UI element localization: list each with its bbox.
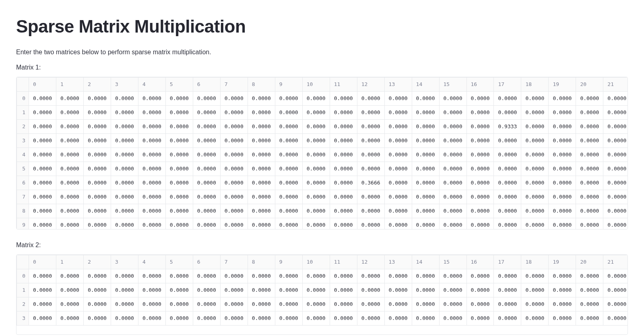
matrix1-cell[interactable]: 0.0000 (275, 119, 302, 133)
matrix1-cell[interactable]: 0.0000 (439, 91, 466, 105)
matrix2-cell[interactable]: 0.0000 (111, 311, 138, 325)
matrix2-cell[interactable]: 0.0000 (83, 297, 111, 311)
matrix1-cell[interactable]: 0.0000 (521, 204, 549, 218)
matrix2-col-header[interactable]: 8 (248, 255, 275, 269)
matrix1-cell[interactable]: 0.0000 (248, 119, 275, 133)
matrix1-cell[interactable]: 0.0000 (466, 204, 494, 218)
matrix1-cell[interactable]: 0.0000 (494, 204, 521, 218)
matrix1-cell[interactable]: 0.0000 (330, 218, 357, 229)
matrix1-cell[interactable]: 0.0000 (29, 204, 56, 218)
matrix1-cell[interactable]: 0.0000 (384, 133, 412, 148)
matrix1-cell[interactable]: 0.0000 (111, 176, 138, 190)
matrix1-cell[interactable]: 0.0000 (466, 176, 494, 190)
matrix1-cell[interactable]: 0.0000 (549, 105, 576, 119)
matrix1-cell[interactable]: 0.0000 (521, 176, 549, 190)
matrix2-cell[interactable]: 0.0000 (111, 283, 138, 297)
matrix2-cell[interactable]: 0.0000 (439, 297, 466, 311)
matrix2-cell[interactable]: 0.0000 (165, 297, 193, 311)
matrix1-cell[interactable]: 0.0000 (138, 133, 165, 148)
matrix2-cell[interactable]: 0.0000 (576, 311, 603, 325)
matrix1-cell[interactable]: 0.0000 (56, 105, 83, 119)
matrix1-cell[interactable]: 0.0000 (83, 148, 111, 162)
matrix1-cell[interactable]: 0.9333 (494, 119, 521, 133)
matrix1-cell[interactable]: 0.0000 (603, 204, 628, 218)
matrix1-cell[interactable]: 0.0000 (384, 91, 412, 105)
matrix2-cell[interactable]: 0.0000 (165, 283, 193, 297)
matrix1-cell[interactable]: 0.0000 (603, 148, 628, 162)
matrix1-cell[interactable]: 0.0000 (466, 218, 494, 229)
matrix1-col-header[interactable]: 19 (549, 77, 576, 91)
matrix1-cell[interactable]: 0.0000 (248, 176, 275, 190)
matrix2-col-header[interactable]: 10 (302, 255, 330, 269)
matrix1-cell[interactable]: 0.0000 (83, 162, 111, 176)
matrix2-cell[interactable]: 0.0000 (248, 297, 275, 311)
matrix2-cell[interactable]: 0.0000 (549, 297, 576, 311)
matrix1-cell[interactable]: 0.0000 (29, 105, 56, 119)
matrix1-col-header[interactable]: 11 (330, 77, 357, 91)
matrix1-cell[interactable]: 0.0000 (302, 162, 330, 176)
matrix1-col-header[interactable]: 8 (248, 77, 275, 91)
matrix1-cell[interactable]: 0.0000 (56, 204, 83, 218)
matrix1-col-header[interactable]: 10 (302, 77, 330, 91)
matrix1-cell[interactable]: 0.0000 (83, 91, 111, 105)
matrix2-col-header[interactable]: 17 (494, 255, 521, 269)
matrix2-cell[interactable]: 0.0000 (603, 297, 628, 311)
matrix2-cell[interactable]: 0.0000 (603, 311, 628, 325)
matrix1-cell[interactable]: 0.0000 (275, 91, 302, 105)
matrix2-cell[interactable]: 0.0000 (220, 269, 248, 283)
matrix2-cell[interactable]: 0.0000 (248, 311, 275, 325)
matrix1-row-header[interactable]: 7 (17, 190, 29, 204)
matrix1-cell[interactable]: 0.0000 (576, 148, 603, 162)
matrix1-col-header[interactable]: 3 (111, 77, 138, 91)
matrix1-cell[interactable]: 0.0000 (275, 204, 302, 218)
matrix2-col-header[interactable]: 18 (521, 255, 549, 269)
matrix2-cell[interactable]: 0.0000 (384, 311, 412, 325)
matrix1-cell[interactable]: 0.0000 (494, 176, 521, 190)
matrix1-cell[interactable]: 0.0000 (248, 133, 275, 148)
matrix2-cell[interactable]: 0.0000 (193, 283, 220, 297)
matrix1-cell[interactable]: 0.0000 (56, 176, 83, 190)
matrix1-cell[interactable]: 0.0000 (83, 190, 111, 204)
matrix2-cell[interactable]: 0.0000 (248, 269, 275, 283)
matrix2-col-header[interactable]: 2 (83, 255, 111, 269)
matrix1-cell[interactable]: 0.0000 (83, 133, 111, 148)
matrix1-cell[interactable]: 0.0000 (330, 119, 357, 133)
matrix2-cell[interactable]: 0.0000 (83, 311, 111, 325)
matrix1-cell[interactable]: 0.0000 (576, 190, 603, 204)
matrix2-cell[interactable]: 0.0000 (29, 297, 56, 311)
matrix2-cell[interactable]: 0.0000 (275, 311, 302, 325)
matrix1-cell[interactable]: 0.0000 (521, 218, 549, 229)
matrix1-cell[interactable]: 0.0000 (220, 105, 248, 119)
matrix1-cell[interactable]: 0.0000 (29, 190, 56, 204)
matrix1-cell[interactable]: 0.0000 (165, 190, 193, 204)
matrix1-col-header[interactable]: 15 (439, 77, 466, 91)
matrix2-cell[interactable]: 0.0000 (111, 297, 138, 311)
matrix1-cell[interactable]: 0.0000 (302, 133, 330, 148)
matrix1-cell[interactable]: 0.0000 (603, 119, 628, 133)
matrix1-row-header[interactable]: 3 (17, 133, 29, 148)
matrix2-cell[interactable]: 0.0000 (165, 269, 193, 283)
matrix1-cell[interactable]: 0.0000 (384, 162, 412, 176)
matrix1-col-header[interactable]: 12 (357, 77, 384, 91)
matrix1-cell[interactable]: 0.0000 (302, 119, 330, 133)
matrix1-cell[interactable]: 0.0000 (165, 119, 193, 133)
matrix2-col-header[interactable]: 15 (439, 255, 466, 269)
matrix1-cell[interactable]: 0.0000 (220, 204, 248, 218)
matrix2-cell[interactable]: 0.0000 (29, 311, 56, 325)
matrix2-cell[interactable]: 0.0000 (357, 311, 384, 325)
matrix1-cell[interactable]: 0.0000 (29, 148, 56, 162)
matrix1-cell[interactable]: 0.0000 (603, 176, 628, 190)
matrix1-cell[interactable]: 0.0000 (384, 204, 412, 218)
matrix2-col-header[interactable]: 9 (275, 255, 302, 269)
matrix1-cell[interactable]: 0.0000 (576, 119, 603, 133)
matrix1-cell[interactable]: 0.0000 (83, 204, 111, 218)
matrix2-cell[interactable]: 0.0000 (248, 283, 275, 297)
matrix1-cell[interactable]: 0.0000 (412, 105, 439, 119)
matrix2-col-header[interactable]: 4 (138, 255, 165, 269)
matrix1-cell[interactable]: 0.0000 (576, 176, 603, 190)
matrix1-cell[interactable]: 0.0000 (248, 148, 275, 162)
matrix1-cell[interactable]: 0.0000 (412, 133, 439, 148)
matrix1-cell[interactable]: 0.0000 (494, 162, 521, 176)
matrix1-cell[interactable]: 0.0000 (56, 162, 83, 176)
matrix1-cell[interactable]: 0.0000 (275, 162, 302, 176)
